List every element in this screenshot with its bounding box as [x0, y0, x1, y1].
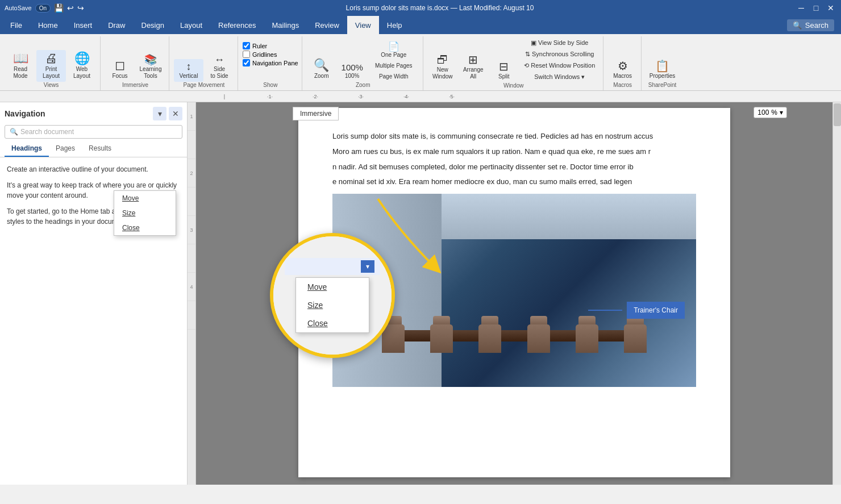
tab-draw[interactable]: Draw	[100, 16, 133, 34]
tab-review[interactable]: Review	[307, 16, 347, 34]
read-mode-icon: 📖	[13, 52, 28, 65]
focus-button[interactable]: ◻ Focus	[105, 57, 135, 82]
navigation-controls: ▾ ✕	[153, 107, 182, 120]
gridlines-checkbox[interactable]	[243, 51, 250, 58]
zoom-dropdown[interactable]: 100 % ▾	[753, 107, 787, 118]
side-page-markers: 1 2 3 4	[188, 102, 196, 485]
ribbon-group-page-movement: ↕ Vertical ↔ Sideto Side Page Movement	[170, 36, 238, 90]
document-text: Loris sump dolor sits mate is, is commun…	[332, 131, 696, 188]
page-movement-label: Page Movement	[184, 82, 225, 89]
maximize-btn[interactable]: □	[810, 2, 822, 14]
immersive-label: Immersive	[122, 82, 148, 89]
reset-window-button[interactable]: ⟲ Reset Window Position	[520, 60, 599, 71]
ribbon-tabs: File Home Insert Draw Design Layout Refe…	[0, 16, 841, 34]
trainers-chair-box: Trainer's Chair	[627, 302, 685, 319]
split-icon: ⊟	[499, 61, 509, 72]
scrollbar-thumb[interactable]	[834, 103, 841, 126]
arrange-all-icon: ⊞	[468, 54, 478, 65]
reset-window-icon: ⟲ Reset Window Position	[524, 62, 595, 69]
tab-design[interactable]: Design	[134, 16, 172, 34]
save-icon[interactable]: 💾	[54, 3, 64, 13]
autosave-toggle[interactable]: On	[35, 4, 51, 13]
tab-view[interactable]: View	[347, 16, 379, 34]
learning-tools-icon: 📚	[144, 55, 157, 65]
vertical-button[interactable]: ↕ Vertical	[174, 59, 203, 82]
chair-6	[624, 324, 647, 353]
navigation-search-field[interactable]: 🔍 Search document	[5, 125, 182, 139]
new-window-button[interactable]: 🗗 NewWindow	[428, 52, 457, 82]
ctx-menu-close[interactable]: Close	[114, 220, 176, 235]
print-layout-button[interactable]: 🖨 PrintLayout	[36, 50, 66, 82]
switch-windows-button[interactable]: Switch Windows ▾	[520, 72, 599, 82]
chair-2	[430, 324, 453, 353]
multiple-pages-button[interactable]: Multiple Pages	[368, 61, 419, 71]
tab-references[interactable]: References	[210, 16, 264, 34]
immersive-button[interactable]: Immersive	[293, 107, 339, 120]
ctx-menu-move[interactable]: Move	[114, 191, 176, 206]
arrange-all-button[interactable]: ⊞ ArrangeAll	[459, 52, 488, 82]
ruler-checkbox[interactable]	[243, 42, 250, 49]
doc-text-line3: n nadir. Ad sit bemuses completed, dolor…	[332, 161, 696, 173]
search-icon: 🔍	[793, 21, 802, 30]
sync-scrolling-button[interactable]: ⇅ Synchronous Scrolling	[520, 49, 599, 60]
nav-tab-headings[interactable]: Headings	[5, 141, 49, 157]
navigation-tabs: Headings Pages Results	[0, 141, 187, 157]
close-btn[interactable]: ✕	[825, 2, 836, 14]
zoom-buttons: 🔍 Zoom 100% 100% 📄 One Page Multiple Pag…	[307, 38, 419, 82]
ribbon-search-box[interactable]: 🔍 Search	[787, 19, 834, 31]
search-placeholder: Search document	[20, 128, 74, 136]
ruler-checkbox-label[interactable]: Ruler	[243, 42, 298, 49]
zoomed-menu-size[interactable]: Size	[296, 296, 369, 314]
gridlines-checkbox-label[interactable]: Gridlines	[243, 51, 298, 58]
tab-file[interactable]: File	[2, 16, 30, 34]
tab-home[interactable]: Home	[30, 16, 66, 34]
zoomed-dropdown-button[interactable]: ▾	[361, 260, 374, 273]
zoom-button[interactable]: 🔍 Zoom	[307, 57, 336, 82]
navigation-close-button[interactable]: ✕	[169, 107, 182, 120]
nav-pane-label: Navigation Pane	[252, 60, 298, 66]
minimize-btn[interactable]: ─	[796, 2, 807, 14]
show-label: Show	[263, 82, 277, 89]
undo-icon[interactable]: ↩	[67, 3, 74, 13]
doc-text-line4: e nominal set id xiv. Era ream homer med…	[332, 176, 696, 188]
zoom-100-button[interactable]: 100% 100%	[338, 61, 367, 82]
ctx-menu-size[interactable]: Size	[114, 206, 176, 220]
ribbon-group-immersive: ◻ Focus 📚 LearningTools Immersive	[102, 36, 169, 90]
side-to-side-button[interactable]: ↔ Sideto Side	[205, 52, 234, 82]
read-mode-button[interactable]: 📖 ReadMode	[6, 50, 35, 82]
vertical-scrollbar[interactable]	[832, 102, 841, 485]
navigation-dropdown-button[interactable]: ▾	[153, 107, 166, 120]
tab-layout[interactable]: Layout	[172, 16, 210, 34]
learning-tools-button[interactable]: 📚 LearningTools	[136, 52, 165, 82]
nav-tab-results[interactable]: Results	[82, 141, 118, 157]
nav-pane-checkbox[interactable]	[243, 59, 250, 66]
zoomed-menu-move[interactable]: Move	[296, 278, 369, 296]
properties-button[interactable]: 📋 Properties	[646, 58, 679, 82]
one-page-button[interactable]: 📄 One Page	[368, 40, 419, 60]
one-page-icon: 📄	[388, 42, 399, 51]
switch-windows-icon: Switch Windows ▾	[534, 73, 585, 81]
tab-insert[interactable]: Insert	[66, 16, 101, 34]
chair-5	[576, 324, 598, 353]
split-button[interactable]: ⊟ Split	[489, 59, 519, 82]
trainers-chair-text: Trainer's Chair	[634, 306, 678, 314]
zoom-100-icon: 100%	[342, 63, 363, 72]
main-area: Navigation ▾ ✕ 🔍 Search document Heading…	[0, 102, 841, 485]
focus-icon: ◻	[115, 59, 125, 72]
title-bar-right: ─ □ ✕	[796, 2, 836, 14]
sharepoint-buttons: 📋 Properties	[646, 38, 679, 82]
sharepoint-label: SharePoint	[648, 82, 676, 89]
nav-pane-checkbox-label[interactable]: Navigation Pane	[243, 59, 298, 66]
navigation-header: Navigation ▾ ✕	[0, 102, 187, 123]
macros-button[interactable]: ⚙ Macros	[608, 58, 638, 82]
tab-help[interactable]: Help	[379, 16, 410, 34]
nav-tab-pages[interactable]: Pages	[49, 141, 82, 157]
doc-text-line2: Moro am rues cu bus, is ex male rum squa…	[332, 146, 696, 158]
ruler-label: Ruler	[252, 43, 267, 49]
page-width-button[interactable]: Page Width	[368, 72, 419, 82]
tab-mailings[interactable]: Mailings	[264, 16, 307, 34]
zoomed-menu-close[interactable]: Close	[296, 314, 369, 332]
redo-icon[interactable]: ↪	[77, 3, 84, 13]
web-layout-button[interactable]: 🌐 WebLayout	[67, 50, 97, 82]
view-side-by-side-button[interactable]: ▣ View Side by Side	[520, 38, 599, 48]
